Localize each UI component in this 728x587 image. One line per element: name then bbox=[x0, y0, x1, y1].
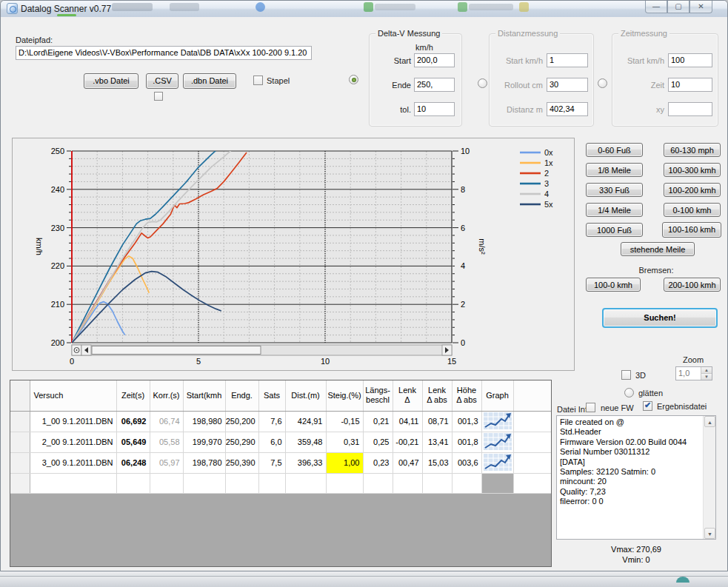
results-table[interactable]: VersuchZeit(s)Korr.(s)Start(kmhEndg.Sats… bbox=[10, 380, 552, 567]
zeit-xy-input[interactable] bbox=[668, 102, 712, 116]
stapel-checkbox[interactable] bbox=[253, 76, 263, 85]
zeit-zeit-input[interactable]: 10 bbox=[668, 78, 712, 92]
btn-100-0-kmh[interactable]: 100-0 kmh bbox=[586, 278, 641, 292]
glaetten-label: glätten bbox=[638, 389, 663, 398]
csv-file-button[interactable]: .CSV bbox=[146, 73, 178, 89]
minimize-button[interactable]: — bbox=[645, 1, 667, 13]
table-header-cell[interactable]: Lenk Δ abs bbox=[422, 380, 452, 411]
table-header-cell[interactable]: Längs- beschl bbox=[363, 380, 393, 411]
glaetten-radio[interactable] bbox=[624, 388, 634, 398]
distanz-start-input[interactable]: 1 bbox=[547, 53, 588, 67]
table-row[interactable]: 3_00 9.1.2011.DBN06,24805,97198,780250,3… bbox=[10, 452, 552, 473]
file-info-textarea[interactable]: File created on @ Std.Header Firmware Ve… bbox=[556, 415, 716, 540]
zeit-mode-radio[interactable] bbox=[598, 78, 607, 88]
table-header-cell[interactable]: Höhe Δ abs bbox=[452, 380, 481, 411]
btn-0-100-kmh[interactable]: 0-100 kmh bbox=[664, 203, 721, 217]
btn-stehende-meile[interactable]: stehende Meile bbox=[621, 242, 695, 256]
restore-button[interactable]: ▢ bbox=[667, 1, 689, 13]
graph-icon[interactable] bbox=[484, 433, 512, 450]
close-button[interactable]: ✕ bbox=[689, 1, 712, 13]
suchen-button[interactable]: Suchen! bbox=[602, 308, 718, 328]
extra-checkbox[interactable] bbox=[154, 92, 163, 101]
scroll-up-icon[interactable]: ▲ bbox=[704, 416, 715, 427]
delta-v-ende-input[interactable]: 250, bbox=[414, 78, 455, 92]
dbn-file-button[interactable]: .dbn Datei bbox=[183, 73, 236, 89]
distanz-distanz-input[interactable]: 402,34 bbox=[547, 102, 588, 116]
svg-text:4: 4 bbox=[544, 189, 549, 198]
row-header[interactable] bbox=[10, 411, 30, 432]
graph-icon[interactable] bbox=[484, 454, 512, 471]
titlebar[interactable]: Datalog Scanner v0.77 — ▢ ✕ bbox=[1, 1, 727, 17]
table-header-cell[interactable] bbox=[513, 380, 552, 411]
btn-60-130-mph[interactable]: 60-130 mph bbox=[664, 143, 721, 157]
svg-text:5x: 5x bbox=[544, 200, 553, 209]
btn-100-300-kmh[interactable]: 100-300 kmh bbox=[664, 163, 721, 177]
filepath-input[interactable]: D:\Lord\Eigene Videos\V-VBox\Performance… bbox=[16, 46, 312, 60]
table-header-cell[interactable]: Versuch bbox=[30, 380, 116, 411]
ergebnisdatei-checkbox[interactable] bbox=[643, 401, 652, 411]
neue-fw-checkbox[interactable] bbox=[586, 403, 595, 412]
spin-up-icon[interactable]: ▲ bbox=[701, 367, 712, 374]
btn-0-60-fuss[interactable]: 0-60 Fuß bbox=[586, 143, 643, 157]
svg-text:15: 15 bbox=[447, 357, 456, 366]
distanz-mode-radio[interactable] bbox=[478, 78, 487, 88]
3d-label: 3D bbox=[635, 371, 646, 380]
row-header[interactable] bbox=[10, 432, 30, 452]
table-cell-dist: 396,33 bbox=[285, 452, 326, 473]
info-scrollbar[interactable]: ▲ ▼ bbox=[703, 416, 715, 539]
table-cell-graph[interactable] bbox=[481, 432, 513, 452]
svg-text:5: 5 bbox=[196, 357, 201, 366]
table-cell-graph[interactable] bbox=[481, 411, 513, 432]
distanz-start-label: Start km/h bbox=[490, 56, 543, 65]
zoom-spinner[interactable]: 1,0 ▲▼ bbox=[675, 366, 712, 380]
table-header-cell[interactable]: Korr.(s) bbox=[150, 380, 183, 411]
table-cell-graph[interactable] bbox=[481, 452, 513, 473]
svg-text:6: 6 bbox=[461, 224, 465, 232]
stapel-label: Stapel bbox=[267, 76, 290, 85]
btn-1-8-meile[interactable]: 1/8 Meile bbox=[586, 163, 643, 177]
distanz-rollout-input[interactable]: 30 bbox=[547, 78, 588, 92]
background-window-artifact bbox=[375, 4, 415, 10]
table-row[interactable]: 1_00 9.1.2011.DBN06,69206,74198,980250,2… bbox=[10, 411, 552, 432]
btn-100-200-kmh[interactable]: 100-200 kmh bbox=[664, 183, 721, 197]
table-cell-korr: 05,58 bbox=[150, 432, 183, 452]
table-header-cell[interactable]: Dist.(m) bbox=[285, 380, 326, 411]
filepath-label: Dateipfad: bbox=[16, 36, 53, 44]
delta-v-start-input[interactable]: 200,0 bbox=[414, 53, 455, 67]
table-header-cell[interactable]: Lenk Δ bbox=[393, 380, 422, 411]
table-header-cell[interactable]: Sats bbox=[258, 380, 285, 411]
delta-v-mode-radio[interactable] bbox=[349, 75, 358, 84]
vmax-label: Vmax: 270,69 bbox=[556, 544, 716, 554]
zoom-spin-buttons[interactable]: ▲▼ bbox=[701, 367, 712, 380]
table-cell-zeit: 06,692 bbox=[116, 411, 150, 432]
table-header-cell[interactable]: Steig.(%) bbox=[326, 380, 363, 411]
table-row[interactable]: 2_00 9.1.2011.DBN05,64905,58199,970250,2… bbox=[10, 432, 552, 452]
svg-text:2: 2 bbox=[544, 169, 549, 178]
table-header-cell[interactable] bbox=[10, 380, 30, 411]
scroll-down-icon[interactable]: ▼ bbox=[704, 528, 715, 539]
svg-text:2: 2 bbox=[461, 300, 465, 309]
speed-chart[interactable]: 2002102202302402500246810051015km/hm/s²0… bbox=[13, 138, 574, 370]
table-cell-lenk: 04,11 bbox=[393, 411, 422, 432]
btn-1-4-meile[interactable]: 1/4 Meile bbox=[586, 203, 643, 217]
btn-1000-fuss[interactable]: 1000 Fuß bbox=[586, 223, 643, 237]
table-header-cell[interactable]: Endg. bbox=[225, 380, 258, 411]
vbo-file-button[interactable]: .vbo Datei bbox=[84, 73, 138, 89]
svg-text:220: 220 bbox=[51, 261, 64, 270]
table-header-cell[interactable]: Graph bbox=[481, 380, 513, 411]
delta-v-tol-input[interactable]: 10 bbox=[414, 102, 455, 116]
zeit-start-input[interactable]: 100 bbox=[668, 53, 712, 67]
zoom-value: 1,0 bbox=[678, 369, 689, 378]
btn-200-100-kmh[interactable]: 200-100 kmh bbox=[664, 278, 721, 292]
graph-icon[interactable] bbox=[484, 412, 512, 429]
svg-text:210: 210 bbox=[51, 300, 64, 309]
table-header-cell[interactable]: Zeit(s) bbox=[116, 380, 150, 411]
3d-checkbox[interactable] bbox=[621, 370, 631, 380]
zoom-label: Zoom bbox=[683, 355, 704, 364]
table-cell-start: 198,780 bbox=[183, 452, 225, 473]
btn-330-fuss[interactable]: 330 Fuß bbox=[586, 183, 643, 197]
btn-100-160-kmh[interactable]: 100-160 kmh bbox=[662, 222, 721, 238]
spin-down-icon[interactable]: ▼ bbox=[701, 374, 712, 380]
table-header-cell[interactable]: Start(kmh bbox=[183, 380, 225, 411]
row-header[interactable] bbox=[10, 452, 30, 473]
